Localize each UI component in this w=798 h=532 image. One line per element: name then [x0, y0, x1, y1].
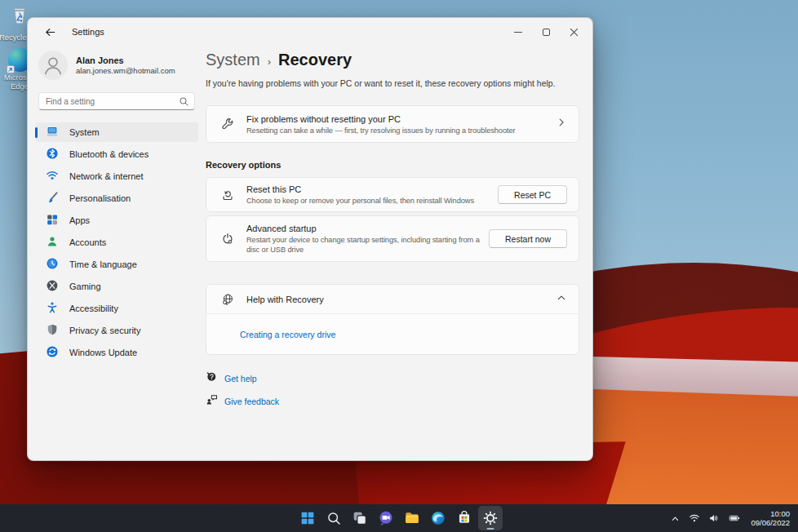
window-titlebar: Settings — [28, 18, 592, 46]
clock[interactable]: 10:00 09/06/2022 — [746, 507, 795, 530]
accounts-icon — [46, 235, 59, 250]
bluetooth-icon — [46, 147, 59, 162]
edge-button[interactable] — [426, 506, 450, 530]
task-view-icon — [351, 509, 369, 527]
page-title: Recovery — [278, 51, 352, 69]
advanced-startup-card: Advanced startup Restart your device to … — [206, 215, 579, 262]
chevron-right-icon — [556, 117, 567, 131]
chat-button[interactable] — [374, 506, 398, 530]
accessibility-icon — [46, 301, 59, 317]
start-icon — [299, 509, 317, 527]
fix-problems-title: Fix problems without resetting your PC — [246, 113, 556, 125]
recovery-drive-link[interactable]: Creating a recovery drive — [240, 330, 335, 339]
time-language-icon — [46, 257, 59, 273]
sidebar-item-network-internet[interactable]: Network & internet — [35, 166, 198, 186]
footer-links: Get help Give feedback — [206, 370, 579, 409]
sidebar-item-system[interactable]: System — [35, 122, 198, 142]
reset-pc-card: Reset this PC Choose to keep or remove y… — [206, 177, 579, 212]
help-expander-header[interactable]: Help with Recovery — [206, 285, 579, 314]
close-button[interactable] — [560, 21, 587, 42]
back-button[interactable] — [39, 21, 60, 42]
sidebar-item-time-language[interactable]: Time & language — [35, 255, 198, 274]
taskbar-apps — [295, 504, 503, 532]
wifi-icon — [689, 512, 700, 524]
chevron-up-icon — [556, 292, 567, 307]
minimize-button[interactable] — [504, 21, 532, 42]
search-input[interactable] — [38, 92, 195, 110]
fix-problems-card[interactable]: Fix problems without resetting your PC R… — [206, 105, 579, 143]
recovery-page: System › Recovery If you're having probl… — [206, 46, 592, 460]
sidebar-item-accounts[interactable]: Accounts — [35, 233, 198, 252]
clock-date: 09/06/2022 — [751, 518, 790, 527]
sidebar-item-apps[interactable]: Apps — [35, 211, 198, 230]
breadcrumb-separator: › — [268, 55, 271, 68]
maximize-icon — [543, 29, 550, 36]
network-tray-button[interactable] — [685, 507, 703, 530]
file-explorer-icon — [403, 509, 421, 527]
hidden-icons-chevron — [670, 513, 681, 524]
help-expander-title: Help with Recovery — [246, 295, 556, 304]
window-title: Settings — [72, 27, 104, 37]
get-help-link[interactable]: Get help — [206, 370, 257, 386]
settings-window: Settings Alan Jones alan.jon — [27, 17, 593, 461]
settings-taskbar-button[interactable] — [478, 506, 503, 530]
reset-pc-icon — [221, 188, 234, 202]
hidden-icons-button[interactable] — [667, 507, 684, 530]
taskbar-search-button[interactable] — [321, 506, 346, 530]
reset-pc-button[interactable]: Reset PC — [498, 185, 567, 204]
selected-indicator — [35, 127, 38, 138]
user-profile[interactable]: Alan Jones alan.jones.wm@hotmail.com — [35, 49, 198, 82]
personalisation-icon — [46, 191, 59, 206]
settings-search — [38, 92, 195, 110]
store-icon — [455, 509, 473, 527]
taskbar-tray: 10:00 09/06/2022 — [667, 504, 795, 532]
advanced-startup-subtitle: Restart your device to change startup se… — [246, 235, 489, 255]
sidebar-item-bluetooth-devices[interactable]: Bluetooth & devices — [35, 144, 198, 164]
sidebar-item-personalisation[interactable]: Personalisation — [35, 188, 198, 208]
sidebar-item-windows-update[interactable]: Windows Update — [35, 343, 198, 362]
breadcrumb-system[interactable]: System — [206, 51, 260, 69]
search-icon — [179, 95, 189, 110]
close-icon — [570, 28, 579, 37]
file-explorer-button[interactable] — [400, 506, 424, 530]
maximize-button[interactable] — [532, 21, 560, 42]
shortcut-arrow-icon — [7, 65, 15, 73]
give-feedback-link[interactable]: Give feedback — [206, 393, 279, 409]
privacy-security-icon — [46, 323, 59, 339]
taskbar: 10:00 09/06/2022 — [0, 504, 798, 532]
sidebar-item-gaming[interactable]: Gaming — [35, 277, 198, 296]
gaming-icon — [46, 279, 59, 295]
get-help-icon — [206, 370, 218, 386]
taskbar-search-icon — [326, 510, 343, 527]
task-view-button[interactable] — [348, 506, 372, 530]
wrench-icon — [221, 117, 234, 131]
breadcrumb: System › Recovery — [206, 51, 579, 69]
reset-pc-title: Reset this PC — [246, 184, 498, 195]
help-globe-icon — [221, 293, 234, 306]
fix-problems-subtitle: Resetting can take a while — first, try … — [246, 126, 556, 135]
sidebar-item-privacy-security[interactable]: Privacy & security — [35, 321, 198, 340]
sidebar-nav: System Bluetooth & devices Network & int… — [35, 122, 198, 362]
system-icon — [46, 125, 59, 140]
give-feedback-icon — [206, 393, 218, 409]
advanced-startup-icon — [221, 233, 234, 246]
sidebar-item-accessibility[interactable]: Accessibility — [35, 299, 198, 318]
help-with-recovery-expander: Help with Recovery Creating a recovery d… — [206, 284, 579, 355]
chat-icon — [377, 509, 395, 527]
settings-sidebar: Alan Jones alan.jones.wm@hotmail.com Sys… — [28, 46, 206, 460]
start-button[interactable] — [295, 506, 320, 530]
volume-tray-button[interactable] — [705, 507, 723, 530]
restart-now-button[interactable]: Restart now — [489, 229, 567, 248]
speaker-icon — [708, 512, 720, 524]
battery-icon — [728, 512, 741, 524]
back-arrow-icon — [44, 26, 56, 38]
battery-tray-button[interactable] — [725, 507, 744, 530]
store-button[interactable] — [452, 506, 477, 530]
apps-icon — [46, 213, 59, 228]
network-icon — [46, 169, 59, 184]
minimize-icon — [514, 32, 522, 33]
settings-gear-icon — [481, 509, 499, 527]
help-expander-content: Creating a recovery drive — [206, 314, 579, 354]
user-email: alan.jones.wm@hotmail.com — [76, 66, 175, 76]
advanced-startup-title: Advanced startup — [246, 223, 489, 234]
